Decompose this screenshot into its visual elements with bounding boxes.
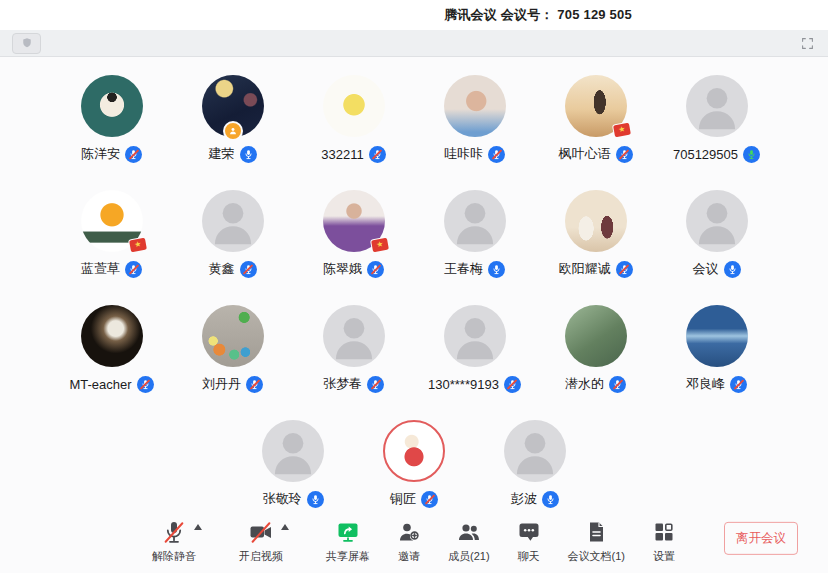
chat-button[interactable]: 聊天 xyxy=(517,519,541,564)
participant-tile[interactable]: ★ 潜水的 xyxy=(535,305,656,393)
fullscreen-button[interactable] xyxy=(798,34,816,52)
participant-tile[interactable]: ★ 欧阳耀诚 xyxy=(535,190,656,278)
participant-tile[interactable]: ★ 黄鑫 xyxy=(172,190,293,278)
avatar: ★ xyxy=(504,420,566,482)
participant-name: 潜水的 xyxy=(565,375,604,393)
participant-row: ★ 张敬玲 ★ 铜匠 ★ 彭波 xyxy=(0,420,828,508)
avatar: ★ xyxy=(686,305,748,367)
avatar: ★ xyxy=(81,305,143,367)
participant-name: 332211 xyxy=(321,147,363,162)
avatar: ★ xyxy=(686,75,748,137)
mic-status-icon[interactable] xyxy=(542,491,559,508)
mic-status-icon[interactable] xyxy=(137,376,154,393)
mic-status-icon[interactable] xyxy=(616,261,633,278)
participant-row: ★ MT-eacher ★ 刘丹丹 ★ xyxy=(0,305,828,393)
participant-name: 欧阳耀诚 xyxy=(559,260,611,278)
participant-name: 邓良峰 xyxy=(686,375,725,393)
participant-tile[interactable]: ★ 陈洋安 xyxy=(51,75,172,163)
participant-name: 刘丹丹 xyxy=(202,375,241,393)
mic-status-icon[interactable] xyxy=(125,146,142,163)
avatar: ★ xyxy=(383,420,445,482)
mic-status-icon[interactable] xyxy=(488,261,505,278)
shield-icon xyxy=(21,37,33,49)
participant-tile[interactable]: ★ 陈翠娥 xyxy=(293,190,414,278)
settings-button[interactable]: 设置 xyxy=(652,519,676,564)
participant-tile[interactable]: ★ 哇咔咔 xyxy=(414,75,535,163)
meeting-docs-button[interactable]: 会议文档(1) xyxy=(568,519,625,564)
person-silhouette-icon xyxy=(686,190,748,252)
participant-tile[interactable]: ★ 铜匠 xyxy=(354,420,475,508)
flag-badge-icon: ★ xyxy=(613,123,631,138)
participant-grid: ★ 陈洋安 ★ 建荣 ★ 332 xyxy=(0,57,828,508)
caret-up-icon[interactable] xyxy=(194,524,202,530)
unmute-button[interactable]: 解除静音 xyxy=(152,519,196,564)
participant-tile[interactable]: ★ 邓良峰 xyxy=(656,305,777,393)
participant-tile[interactable]: ★ MT-eacher xyxy=(51,305,172,393)
share-screen-button[interactable]: 共享屏幕 xyxy=(326,519,370,564)
mic-status-icon[interactable] xyxy=(125,261,142,278)
participant-tile[interactable]: ★ 建荣 xyxy=(172,75,293,163)
members-icon xyxy=(457,520,481,544)
mic-status-icon[interactable] xyxy=(367,261,384,278)
avatar: ★ xyxy=(323,305,385,367)
mic-status-icon[interactable] xyxy=(504,376,521,393)
invite-button[interactable]: 邀请 xyxy=(397,519,421,564)
mic-status-icon[interactable] xyxy=(367,376,384,393)
security-shield-button[interactable] xyxy=(12,33,41,54)
mic-status-icon[interactable] xyxy=(724,261,741,278)
participant-name: 会议 xyxy=(693,260,719,278)
mic-status-icon[interactable] xyxy=(307,491,324,508)
avatar: ★ xyxy=(202,75,264,137)
avatar: ★ xyxy=(565,190,627,252)
caret-up-icon[interactable] xyxy=(281,524,289,530)
participant-name: 枫叶心语 xyxy=(559,145,611,163)
flag-badge-icon: ★ xyxy=(129,238,147,253)
participant-tile[interactable]: ★ 张梦春 xyxy=(293,305,414,393)
participant-tile[interactable]: ★ 130****9193 xyxy=(414,305,535,393)
meeting-toolbar: 解除静音 开启视频 共享屏幕 邀请 成员(21) 聊天 xyxy=(0,509,828,573)
mic-status-icon[interactable] xyxy=(616,146,633,163)
mic-status-icon[interactable] xyxy=(609,376,626,393)
participant-name: MT-eacher xyxy=(69,377,131,392)
flag-badge-icon: ★ xyxy=(371,238,389,253)
avatar: ★ xyxy=(81,190,143,252)
mic-status-icon[interactable] xyxy=(743,146,760,163)
avatar: ★ xyxy=(686,190,748,252)
participant-name: 130****9193 xyxy=(428,377,499,392)
host-badge-icon xyxy=(223,121,243,141)
participant-row: ★ 蓝萱草 ★ 黄鑫 ★ 陈翠娥 xyxy=(0,190,828,278)
participant-name: 铜匠 xyxy=(390,490,416,508)
invite-icon xyxy=(397,520,421,544)
start-video-button[interactable]: 开启视频 xyxy=(239,519,283,564)
person-silhouette-icon xyxy=(504,420,566,482)
participant-name: 陈翠娥 xyxy=(323,260,362,278)
leave-meeting-button[interactable]: 离开会议 xyxy=(724,522,798,555)
participant-tile[interactable]: ★ 刘丹丹 xyxy=(172,305,293,393)
title-bar: 腾讯会议 会议号： 705 129 505 xyxy=(0,0,828,30)
members-button[interactable]: 成员(21) xyxy=(448,519,490,564)
mic-status-icon[interactable] xyxy=(730,376,747,393)
participant-tile[interactable]: ★ 705129505 xyxy=(656,75,777,163)
avatar: ★ xyxy=(565,75,627,137)
person-silhouette-icon xyxy=(323,305,385,367)
participant-tile[interactable]: ★ 蓝萱草 xyxy=(51,190,172,278)
participant-name: 哇咔咔 xyxy=(444,145,483,163)
participant-tile[interactable]: ★ 张敬玲 xyxy=(233,420,354,508)
participant-tile[interactable]: ★ 332211 xyxy=(293,75,414,163)
mic-status-icon[interactable] xyxy=(421,491,438,508)
participant-tile[interactable]: ★ 枫叶心语 xyxy=(535,75,656,163)
avatar: ★ xyxy=(202,305,264,367)
avatar: ★ xyxy=(323,190,385,252)
mic-status-icon[interactable] xyxy=(240,261,257,278)
meeting-title: 腾讯会议 会议号： 705 129 505 xyxy=(444,6,632,24)
avatar: ★ xyxy=(444,190,506,252)
mic-status-icon[interactable] xyxy=(246,376,263,393)
mic-status-icon[interactable] xyxy=(240,146,257,163)
participant-name: 张敬玲 xyxy=(263,490,302,508)
participant-tile[interactable]: ★ 王春梅 xyxy=(414,190,535,278)
participant-tile[interactable]: ★ 彭波 xyxy=(475,420,596,508)
mic-status-icon[interactable] xyxy=(369,146,386,163)
person-silhouette-icon xyxy=(444,190,506,252)
mic-status-icon[interactable] xyxy=(488,146,505,163)
participant-tile[interactable]: ★ 会议 xyxy=(656,190,777,278)
